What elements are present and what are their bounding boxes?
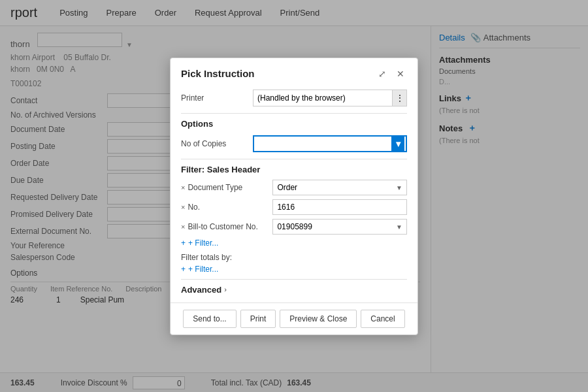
dialog-header-icons: ⤢ ✕ <box>376 67 407 80</box>
copies-spinner-icon[interactable]: ▾ <box>391 137 404 151</box>
add-totals-filter-label[interactable]: + Filter... <box>188 265 218 274</box>
copies-input-wrapper: ▾ <box>253 135 407 152</box>
printer-field-row: Printer (Handled by the browser) ▼ ⋮ <box>181 90 407 106</box>
dialog-body: Printer (Handled by the browser) ▼ ⋮ Opt… <box>171 87 417 302</box>
printer-label: Printer <box>181 93 253 103</box>
advanced-section[interactable]: Advanced › <box>181 285 407 295</box>
advanced-label: Advanced <box>181 285 221 295</box>
add-filter-plus-icon: + <box>181 238 186 248</box>
filter-totals-label: Filter totals by: <box>181 253 407 262</box>
preview-close-button[interactable]: Preview & Close <box>280 310 357 328</box>
add-filter-link[interactable]: + + Filter... <box>181 238 407 248</box>
advanced-divider <box>181 279 407 280</box>
filter-doc-type-x[interactable]: × <box>181 184 185 191</box>
send-to-button[interactable]: Send to... <box>183 310 236 328</box>
filter-bill-to-row: × Bill-to Customer No. 01905899 ▼ <box>181 219 407 235</box>
close-button[interactable]: ✕ <box>394 67 407 80</box>
filter-divider <box>181 159 407 159</box>
advanced-chevron-icon: › <box>224 286 227 293</box>
dialog-header: Pick Instruction ⤢ ✕ <box>171 58 417 87</box>
expand-button[interactable]: ⤢ <box>376 67 389 80</box>
cancel-button[interactable]: Cancel <box>361 310 404 328</box>
add-totals-filter-link[interactable]: + + Filter... <box>181 265 407 274</box>
copies-field-row: No of Copies ▾ <box>181 135 407 152</box>
filter-bill-to-x[interactable]: × <box>181 223 185 231</box>
filter-bill-to-label: Bill-to Customer No. <box>188 222 272 231</box>
options-divider <box>181 113 407 114</box>
printer-dropdown-icon[interactable]: ⋮ <box>392 90 406 106</box>
filter-no-x[interactable]: × <box>181 203 185 211</box>
filter-doc-type-select[interactable]: Order <box>273 180 406 195</box>
filter-bill-to-select[interactable]: 01905899 <box>273 220 406 234</box>
modal-overlay: Pick Instruction ⤢ ✕ Printer (Handled by… <box>0 0 588 392</box>
options-heading: Options <box>181 119 407 129</box>
filter-no-input[interactable] <box>277 203 402 212</box>
dialog-footer: Send to... Print Preview & Close Cancel <box>171 302 417 335</box>
copies-label: No of Copies <box>181 139 253 148</box>
filter-section-title: Filter: Sales Header <box>181 165 407 174</box>
printer-select[interactable]: (Handled by the browser) <box>253 90 406 106</box>
filter-doc-type-row: × Document Type Order ▼ <box>181 180 407 195</box>
filter-doc-type-select-wrapper: Order ▼ <box>272 180 407 195</box>
filter-no-row: × No. <box>181 199 407 215</box>
filter-bill-to-select-wrapper: 01905899 ▼ <box>272 219 407 235</box>
printer-select-wrapper: (Handled by the browser) ▼ ⋮ <box>253 90 407 106</box>
print-button[interactable]: Print <box>240 310 276 328</box>
copies-input[interactable] <box>254 137 391 151</box>
filter-no-label: No. <box>188 203 272 212</box>
filter-no-input-wrapper <box>272 199 407 215</box>
dialog-title: Pick Instruction <box>181 68 255 79</box>
add-totals-plus-icon: + <box>181 265 186 274</box>
add-filter-label[interactable]: + Filter... <box>188 238 218 248</box>
filter-doc-type-label: Document Type <box>188 183 272 192</box>
pick-instruction-dialog: Pick Instruction ⤢ ✕ Printer (Handled by… <box>170 57 418 335</box>
